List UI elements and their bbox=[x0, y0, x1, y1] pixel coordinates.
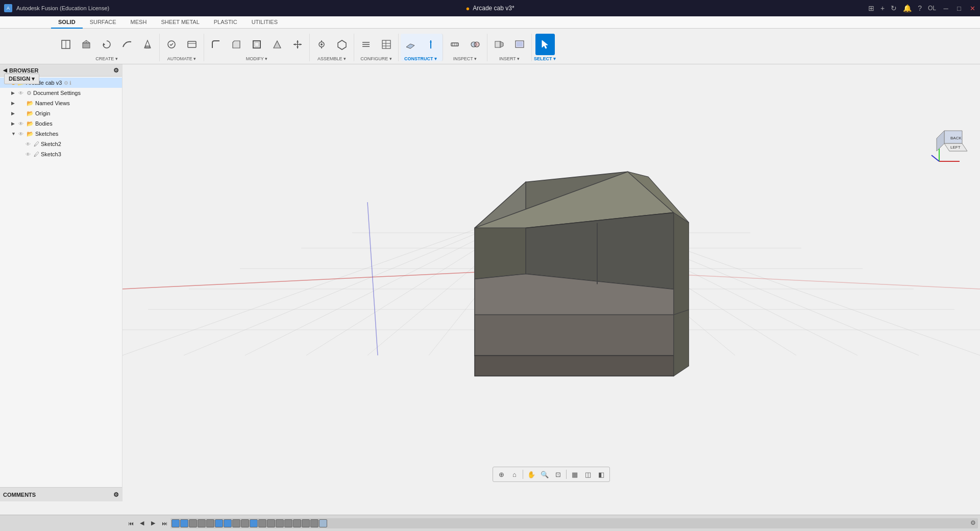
timeline-track[interactable] bbox=[170, 518, 978, 528]
timeline-step[interactable] bbox=[224, 519, 232, 527]
tree-item-sketch2[interactable]: 👁 🖊 Sketch2 bbox=[0, 139, 122, 149]
tool-shell[interactable] bbox=[247, 34, 266, 55]
expand-arrow-sketches[interactable]: ▼ bbox=[11, 131, 18, 136]
comments-settings-icon[interactable]: ⚙ bbox=[113, 491, 119, 498]
viewport[interactable]: BACK LEFT ⊕ ⌂ ✋ 🔍 ⊡ ▦ ◫ ◧ bbox=[122, 64, 980, 501]
tool-plane[interactable] bbox=[401, 34, 420, 55]
tab-solid[interactable]: SOLID bbox=[51, 16, 83, 29]
browser-collapse-icon[interactable]: ◀ bbox=[3, 67, 7, 73]
assemble-label[interactable]: ASSEMBLE ▾ bbox=[317, 56, 346, 61]
view-fit-btn[interactable]: ⌂ bbox=[508, 468, 521, 480]
timeline-step[interactable] bbox=[276, 519, 284, 527]
design-dropdown[interactable]: DESIGN ▾ bbox=[4, 74, 39, 84]
tool-chamfer[interactable] bbox=[227, 34, 246, 55]
tool-move[interactable] bbox=[288, 34, 307, 55]
tool-insert-mesh[interactable] bbox=[489, 34, 509, 55]
timeline-start-btn[interactable]: ⏮ bbox=[126, 518, 136, 528]
nav-cube[interactable]: BACK LEFT bbox=[929, 126, 970, 166]
tool-revolve[interactable] bbox=[97, 34, 116, 55]
tab-sheetmetal[interactable]: SHEET METAL bbox=[154, 16, 206, 29]
view-home-btn[interactable]: ⊕ bbox=[495, 468, 507, 480]
modify-label[interactable]: MODIFY ▾ bbox=[246, 56, 267, 61]
timeline-step[interactable] bbox=[267, 519, 275, 527]
tool-new-component[interactable] bbox=[56, 34, 76, 55]
refresh-icon[interactable]: ↻ bbox=[891, 4, 897, 12]
tool-automate1[interactable] bbox=[162, 34, 181, 55]
eye-icon-sketch3[interactable]: 👁 bbox=[26, 152, 33, 157]
create-label[interactable]: CREATE ▾ bbox=[95, 56, 117, 61]
inspect-label[interactable]: INSPECT ▾ bbox=[453, 56, 477, 61]
minimize-button[interactable]: ─ bbox=[942, 5, 949, 12]
timeline-step[interactable] bbox=[180, 519, 188, 527]
timeline-step[interactable] bbox=[206, 519, 214, 527]
tool-loft[interactable] bbox=[138, 34, 157, 55]
tool-canvas[interactable] bbox=[510, 34, 529, 55]
timeline-step[interactable] bbox=[241, 519, 249, 527]
view-visual-btn[interactable]: ◫ bbox=[582, 468, 594, 480]
tool-joint[interactable] bbox=[312, 34, 331, 55]
view-zoom-btn[interactable]: 🔍 bbox=[538, 468, 551, 480]
tool-axis[interactable] bbox=[421, 34, 440, 55]
tree-item-doc-settings[interactable]: ▶ 👁 ⚙ Document Settings bbox=[0, 88, 122, 98]
browser-settings-icon[interactable]: ⚙ bbox=[113, 67, 119, 74]
user-icon[interactable]: OL bbox=[928, 5, 936, 12]
tab-utilities[interactable]: UTILITIES bbox=[244, 16, 285, 29]
tab-mesh[interactable]: MESH bbox=[124, 16, 154, 29]
tool-automate2[interactable] bbox=[182, 34, 202, 55]
insert-label[interactable]: INSERT ▾ bbox=[499, 56, 520, 61]
timeline-step[interactable] bbox=[232, 519, 240, 527]
maximize-button[interactable]: □ bbox=[955, 5, 963, 12]
timeline-step[interactable] bbox=[293, 519, 301, 527]
tool-draft[interactable] bbox=[267, 34, 287, 55]
close-button[interactable]: ✕ bbox=[969, 5, 976, 12]
eye-icon-bodies[interactable]: 👁 bbox=[18, 121, 26, 127]
view-pan-btn[interactable]: ✋ bbox=[525, 468, 537, 480]
tab-surface[interactable]: SURFACE bbox=[83, 16, 124, 29]
timeline-step[interactable] bbox=[302, 519, 310, 527]
tree-item-origin[interactable]: ▶ 📂 Origin bbox=[0, 108, 122, 118]
timeline-prev-btn[interactable]: ◀ bbox=[137, 518, 147, 528]
status-icon[interactable]: ⚙ bbox=[970, 519, 976, 526]
timeline-play-btn[interactable]: ▶ bbox=[148, 518, 158, 528]
view-zoom-fit-btn[interactable]: ⊡ bbox=[552, 468, 564, 480]
expand-arrow-bodies[interactable]: ▶ bbox=[11, 121, 18, 126]
timeline-step[interactable] bbox=[215, 519, 223, 527]
timeline-step[interactable] bbox=[310, 519, 318, 527]
timeline-end-btn[interactable]: ⏭ bbox=[159, 518, 169, 528]
automate-label[interactable]: AUTOMATE ▾ bbox=[167, 56, 197, 61]
expand-arrow-views[interactable]: ▶ bbox=[11, 101, 18, 106]
tree-item-named-views[interactable]: ▶ 📂 Named Views bbox=[0, 98, 122, 108]
view-display-btn[interactable]: ▦ bbox=[569, 468, 581, 480]
help-icon[interactable]: ? bbox=[918, 4, 922, 12]
tree-item-sketch3[interactable]: 👁 🖊 Sketch3 bbox=[0, 149, 122, 159]
tool-extrude[interactable] bbox=[77, 34, 96, 55]
timeline-step[interactable] bbox=[198, 519, 206, 527]
construct-label[interactable]: CONSTRUCT ▾ bbox=[404, 56, 437, 61]
view-section-btn[interactable]: ◧ bbox=[595, 468, 607, 480]
timeline-step[interactable] bbox=[258, 519, 266, 527]
tool-sweep[interactable] bbox=[117, 34, 137, 55]
configure-label[interactable]: CONFIGURE ▾ bbox=[360, 56, 392, 61]
expand-arrow-doc[interactable]: ▶ bbox=[11, 90, 18, 95]
tree-item-bodies[interactable]: ▶ 👁 📂 Bodies bbox=[0, 118, 122, 129]
plus-icon[interactable]: + bbox=[880, 4, 885, 12]
tool-fillet[interactable] bbox=[206, 34, 226, 55]
timeline-step-last[interactable] bbox=[319, 519, 327, 527]
expand-arrow-origin[interactable]: ▶ bbox=[11, 111, 18, 116]
timeline-step[interactable] bbox=[250, 519, 258, 527]
tree-item-sketches[interactable]: ▼ 👁 📂 Sketches bbox=[0, 129, 122, 139]
tool-table[interactable] bbox=[377, 34, 396, 55]
eye-icon-sketches[interactable]: 👁 bbox=[18, 131, 26, 137]
grid-icon[interactable]: ⊞ bbox=[868, 4, 874, 12]
tool-as-built[interactable] bbox=[332, 34, 352, 55]
eye-icon-sketch2[interactable]: 👁 bbox=[26, 141, 33, 147]
tool-select[interactable] bbox=[535, 34, 555, 55]
select-label[interactable]: SELECT ▾ bbox=[534, 56, 556, 61]
timeline-step[interactable] bbox=[284, 519, 292, 527]
tool-parameters[interactable] bbox=[356, 34, 376, 55]
timeline-step[interactable] bbox=[172, 519, 180, 527]
tool-measure[interactable] bbox=[445, 34, 464, 55]
tool-interference[interactable] bbox=[465, 34, 485, 55]
tab-plastic[interactable]: PLASTIC bbox=[207, 16, 244, 29]
bell-icon[interactable]: 🔔 bbox=[903, 4, 912, 12]
